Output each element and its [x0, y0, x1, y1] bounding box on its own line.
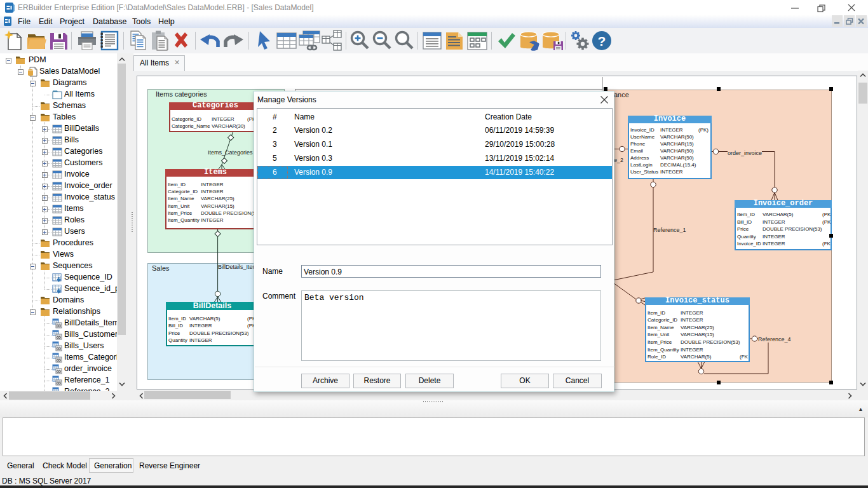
svg-text:?: ? [598, 34, 606, 48]
